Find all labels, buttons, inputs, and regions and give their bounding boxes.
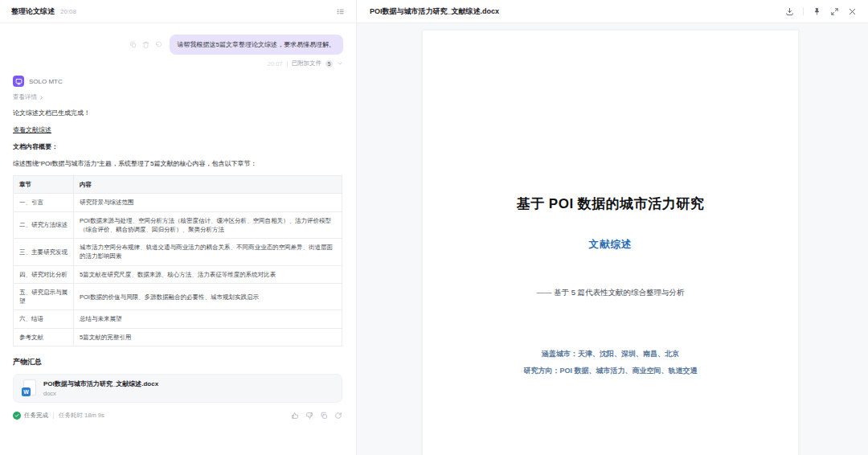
copy-icon[interactable] (129, 41, 137, 48)
attachment-count-badge: 5 (326, 60, 333, 68)
table-header-content: 内容 (74, 176, 342, 194)
agent-name: SOLO MTC (29, 78, 63, 85)
task-status-label: 任务完成 (24, 412, 48, 420)
message-action-icons (129, 41, 162, 48)
table-cell: 总结与未来展望 (74, 310, 342, 328)
doc-title: 基于 POI 数据的城市活力研究 (423, 195, 798, 213)
refresh-icon[interactable] (334, 412, 342, 420)
chat-session-title: 整理论文综述 (11, 6, 55, 17)
summary-heading: 文档内容概要： (13, 142, 343, 152)
panel-list-toggle-icon[interactable] (336, 7, 345, 16)
pin-icon[interactable] (813, 7, 821, 16)
word-file-icon: W (22, 379, 36, 396)
elapsed-value: 18m 9s (84, 412, 104, 419)
preview-header: POI数据与城市活力研究_文献综述.docx (357, 0, 868, 23)
expand-icon[interactable] (830, 7, 839, 16)
toolbar-divider (803, 7, 804, 15)
table-cell: 一、引言 (14, 194, 74, 211)
preview-canvas[interactable]: 基于 POI 数据的城市活力研究 文献综述 —— 基于 5 篇代表性文献的综合整… (357, 23, 868, 455)
artifact-file-name: POI数据与城市活力研究_文献综述.docx (43, 379, 158, 388)
copy-icon[interactable] (320, 412, 328, 420)
table-cell: 二、研究方法综述 (14, 211, 74, 239)
table-row: 二、研究方法综述POI数据来源与处理、空间分析方法（核密度估计、缓冲区分析、空间… (14, 211, 342, 239)
table-cell: 5篇文献的完整引用 (74, 328, 342, 346)
thumbs-up-icon[interactable] (291, 412, 299, 420)
attachment-label: 已附加文件 (292, 59, 322, 68)
table-cell: 5篇文献在研究尺度、数据来源、核心方法、活力表征等维度的系统对比表 (74, 265, 342, 283)
table-row: 一、引言研究背景与综述范围 (14, 194, 342, 211)
summary-table: 章节 内容 一、引言研究背景与综述范围 二、研究方法综述POI数据来源与处理、空… (13, 175, 342, 346)
preview-toolbar (785, 7, 857, 16)
table-cell: 四、研究对比分析 (14, 265, 74, 283)
check-circle-icon (13, 412, 21, 420)
document-page: 基于 POI 数据的城市活力研究 文献综述 —— 基于 5 篇代表性文献的综合整… (423, 31, 798, 455)
chat-panel: 整理论文综述 20:08 请帮我根据这5篇文章整理论文综述，要求易懂易理解。 2… (0, 0, 357, 455)
table-cell: 研究背景与综述范围 (74, 194, 342, 211)
table-row: 五、研究启示与展望POI数据的价值与局限、多源数据融合的必要性、城市规划实践启示 (14, 283, 342, 310)
doc-cities-line: 涵盖城市：天津、沈阳、深圳、南昌、北京 (423, 349, 798, 359)
table-row: 四、研究对比分析5篇文献在研究尺度、数据来源、核心方法、活力表征等维度的系统对比… (14, 265, 342, 283)
feedback-icons (291, 412, 342, 420)
table-row: 三、主要研究发现城市活力空间分布规律、轨道交通与商业活力的耦合关系、不同商业业态… (14, 239, 342, 266)
document-preview-panel: POI数据与城市活力研究_文献综述.docx 基于 POI 数据的城市活力研究 … (357, 0, 868, 455)
doc-fields-line: 研究方向：POI 数据、城市活力、商业空间、轨道交通 (423, 366, 798, 376)
message-time: 20:07 (268, 60, 283, 68)
close-icon[interactable] (848, 7, 857, 16)
table-cell: 三、主要研究发现 (14, 239, 74, 266)
chat-scroll-area[interactable]: 请帮我根据这5篇文章整理论文综述，要求易懂易理解。 20:07 已附加文件 5 … (0, 23, 356, 455)
user-message-bubble: 请帮我根据这5篇文章整理论文综述，要求易懂易理解。 (170, 35, 343, 55)
agent-identity-row: SOLO MTC (13, 76, 343, 87)
table-header-row: 章节 内容 (14, 176, 342, 194)
view-details-link[interactable]: 查看详情 (13, 93, 44, 101)
download-icon[interactable] (785, 7, 794, 16)
meta-divider (287, 61, 288, 67)
summary-intro: 综述围绕“POI数据与城市活力”主题，系统整理了5篇文献的核心内容，包含以下章节… (13, 159, 343, 169)
message-meta-row: 20:07 已附加文件 5 (13, 59, 343, 68)
table-cell: 五、研究启示与展望 (14, 283, 74, 310)
table-row: 六、结语总结与未来展望 (14, 310, 342, 328)
monitor-icon (15, 78, 23, 85)
chevron-down-icon[interactable] (337, 60, 343, 67)
table-cell: POI数据来源与处理、空间分析方法（核密度估计、缓冲区分析、空间自相关）、活力评… (74, 211, 342, 239)
delete-icon[interactable] (142, 41, 149, 48)
view-review-link[interactable]: 查看文献综述 (13, 125, 51, 135)
artifacts-heading: 产物汇总 (13, 357, 343, 367)
retry-icon[interactable] (155, 41, 162, 48)
table-cell: POI数据的价值与局限、多源数据融合的必要性、城市规划实践启示 (74, 283, 342, 310)
chat-session-time: 20:08 (60, 8, 76, 15)
thumbs-down-icon[interactable] (305, 412, 313, 420)
table-row: 参考文献5篇文献的完整引用 (14, 328, 342, 346)
chevron-right-icon (39, 95, 44, 100)
assistant-done-text: 论文综述文档已生成完成！ (13, 109, 343, 118)
elapsed-label: 任务耗时 (59, 412, 83, 419)
doc-byline: —— 基于 5 篇代表性文献的综合整理与分析 (423, 288, 798, 298)
artifact-file-card[interactable]: W POI数据与城市活力研究_文献综述.docx docx (13, 374, 342, 403)
artifact-file-type: docx (43, 390, 158, 397)
agent-avatar (13, 76, 24, 87)
status-divider (53, 412, 54, 419)
view-details-label: 查看详情 (13, 93, 37, 101)
task-status-row: 任务完成 任务耗时 18m 9s (13, 412, 342, 420)
chat-header: 整理论文综述 20:08 (0, 0, 356, 23)
doc-subtitle: 文献综述 (423, 238, 798, 252)
table-cell: 城市活力空间分布规律、轨道交通与商业活力的耦合关系、不同商业业态的空间差异、街道… (74, 239, 342, 266)
preview-document-title: POI数据与城市活力研究_文献综述.docx (370, 6, 499, 17)
table-header-chapter: 章节 (14, 176, 74, 194)
table-cell: 六、结语 (14, 310, 74, 328)
table-cell: 参考文献 (14, 328, 74, 346)
user-message-row: 请帮我根据这5篇文章整理论文综述，要求易懂易理解。 (13, 35, 343, 55)
